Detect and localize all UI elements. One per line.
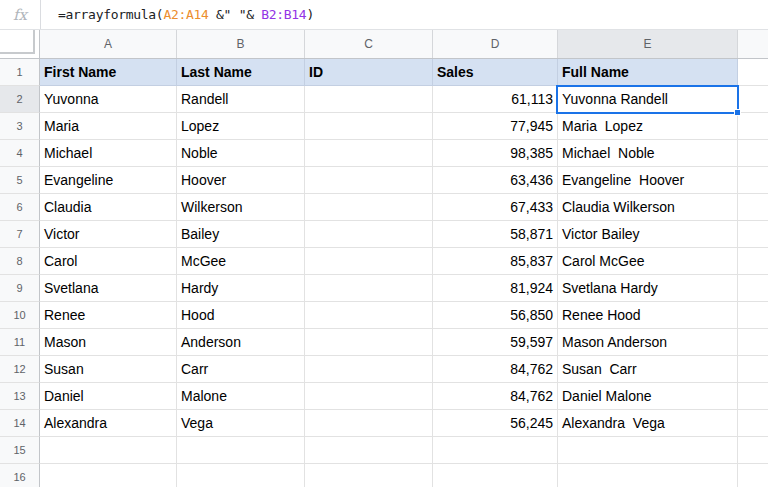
cell-A16[interactable]: [40, 464, 177, 487]
cell-D6[interactable]: 67,433: [433, 194, 558, 221]
cell-D4[interactable]: 98,385: [433, 140, 558, 167]
cell-B8[interactable]: McGee: [177, 248, 305, 275]
cell-D1[interactable]: Sales: [433, 59, 558, 86]
formula-input[interactable]: =arrayformula(A2:A14 &" "& B2:B14): [41, 7, 768, 22]
select-all-corner[interactable]: [0, 30, 40, 58]
cell-D5[interactable]: 63,436: [433, 167, 558, 194]
cell-C4[interactable]: [305, 140, 433, 167]
cell-E2[interactable]: Yuvonna Randell: [558, 86, 738, 113]
cell-F2[interactable]: [738, 86, 768, 113]
cell-E5[interactable]: Evangeline Hoover: [558, 167, 738, 194]
cell-A5[interactable]: Evangeline: [40, 167, 177, 194]
cell-F7[interactable]: [738, 221, 768, 248]
row-header-8[interactable]: 8: [0, 248, 40, 275]
cell-D8[interactable]: 85,837: [433, 248, 558, 275]
cell-D13[interactable]: 84,762: [433, 383, 558, 410]
cell-E1[interactable]: Full Name: [558, 59, 738, 86]
cell-F12[interactable]: [738, 356, 768, 383]
cell-B13[interactable]: Malone: [177, 383, 305, 410]
cell-B5[interactable]: Hoover: [177, 167, 305, 194]
cell-C16[interactable]: [305, 464, 433, 487]
cell-A3[interactable]: Maria: [40, 113, 177, 140]
cell-E11[interactable]: Mason Anderson: [558, 329, 738, 356]
row-header-6[interactable]: 6: [0, 194, 40, 221]
cell-A10[interactable]: Renee: [40, 302, 177, 329]
cell-F4[interactable]: [738, 140, 768, 167]
cell-C14[interactable]: [305, 410, 433, 437]
cell-B7[interactable]: Bailey: [177, 221, 305, 248]
cell-C6[interactable]: [305, 194, 433, 221]
cell-B10[interactable]: Hood: [177, 302, 305, 329]
cell-A4[interactable]: Michael: [40, 140, 177, 167]
cell-D12[interactable]: 84,762: [433, 356, 558, 383]
cell-A11[interactable]: Mason: [40, 329, 177, 356]
cell-C9[interactable]: [305, 275, 433, 302]
cell-B9[interactable]: Hardy: [177, 275, 305, 302]
row-header-2[interactable]: 2: [0, 86, 40, 113]
cell-B3[interactable]: Lopez: [177, 113, 305, 140]
cell-C15[interactable]: [305, 437, 433, 464]
row-header-14[interactable]: 14: [0, 410, 40, 437]
cell-D9[interactable]: 81,924: [433, 275, 558, 302]
cell-B4[interactable]: Noble: [177, 140, 305, 167]
cell-A9[interactable]: Svetlana: [40, 275, 177, 302]
fill-handle[interactable]: [734, 109, 741, 116]
cell-E3[interactable]: Maria Lopez: [558, 113, 738, 140]
cell-F11[interactable]: [738, 329, 768, 356]
cell-C12[interactable]: [305, 356, 433, 383]
cell-A7[interactable]: Victor: [40, 221, 177, 248]
cell-D14[interactable]: 56,245: [433, 410, 558, 437]
cell-F9[interactable]: [738, 275, 768, 302]
cell-B12[interactable]: Carr: [177, 356, 305, 383]
cell-F8[interactable]: [738, 248, 768, 275]
column-header-E[interactable]: E: [558, 30, 738, 58]
row-header-11[interactable]: 11: [0, 329, 40, 356]
column-header-F-partial[interactable]: [738, 30, 768, 58]
row-header-16[interactable]: 16: [0, 464, 40, 487]
cell-F3[interactable]: [738, 113, 768, 140]
row-header-7[interactable]: 7: [0, 221, 40, 248]
cell-C11[interactable]: [305, 329, 433, 356]
cell-E6[interactable]: Claudia Wilkerson: [558, 194, 738, 221]
cell-F15[interactable]: [738, 437, 768, 464]
cell-C10[interactable]: [305, 302, 433, 329]
cell-E14[interactable]: Alexandra Vega: [558, 410, 738, 437]
column-header-D[interactable]: D: [433, 30, 558, 58]
cell-E10[interactable]: Renee Hood: [558, 302, 738, 329]
cell-D16[interactable]: [433, 464, 558, 487]
cell-D10[interactable]: 56,850: [433, 302, 558, 329]
cell-F5[interactable]: [738, 167, 768, 194]
cell-D2[interactable]: 61,113: [433, 86, 558, 113]
row-header-5[interactable]: 5: [0, 167, 40, 194]
cell-C7[interactable]: [305, 221, 433, 248]
column-header-A[interactable]: A: [40, 30, 177, 58]
row-header-10[interactable]: 10: [0, 302, 40, 329]
cell-F10[interactable]: [738, 302, 768, 329]
row-header-3[interactable]: 3: [0, 113, 40, 140]
cell-A14[interactable]: Alexandra: [40, 410, 177, 437]
cell-E9[interactable]: Svetlana Hardy: [558, 275, 738, 302]
cell-A6[interactable]: Claudia: [40, 194, 177, 221]
cell-B2[interactable]: Randell: [177, 86, 305, 113]
row-header-15[interactable]: 15: [0, 437, 40, 464]
cell-B14[interactable]: Vega: [177, 410, 305, 437]
cell-A1[interactable]: First Name: [40, 59, 177, 86]
column-header-C[interactable]: C: [305, 30, 433, 58]
cell-E4[interactable]: Michael Noble: [558, 140, 738, 167]
row-header-1[interactable]: 1: [0, 59, 40, 86]
row-header-9[interactable]: 9: [0, 275, 40, 302]
cell-E12[interactable]: Susan Carr: [558, 356, 738, 383]
cell-D7[interactable]: 58,871: [433, 221, 558, 248]
cell-C2[interactable]: [305, 86, 433, 113]
cell-D3[interactable]: 77,945: [433, 113, 558, 140]
cell-C13[interactable]: [305, 383, 433, 410]
cell-A15[interactable]: [40, 437, 177, 464]
cell-A2[interactable]: Yuvonna: [40, 86, 177, 113]
cell-E15[interactable]: [558, 437, 738, 464]
row-header-12[interactable]: 12: [0, 356, 40, 383]
cell-F1[interactable]: [738, 59, 768, 86]
cell-B16[interactable]: [177, 464, 305, 487]
cell-B1[interactable]: Last Name: [177, 59, 305, 86]
row-header-13[interactable]: 13: [0, 383, 40, 410]
cell-A13[interactable]: Daniel: [40, 383, 177, 410]
